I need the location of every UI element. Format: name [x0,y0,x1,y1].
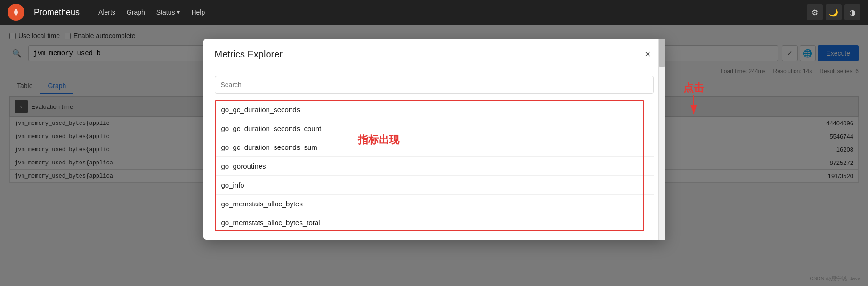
metrics-list: go_gc_duration_secondsgo_gc_duration_sec… [215,100,654,232]
metrics-list-container: go_gc_duration_secondsgo_gc_duration_sec… [215,100,654,232]
modal-body: go_gc_duration_secondsgo_gc_duration_sec… [203,68,665,240]
metric-list-item[interactable]: go_memstats_alloc_bytes [215,195,654,213]
nav-status[interactable]: Status ▾ [152,6,185,19]
metric-list-item[interactable]: go_gc_duration_seconds_count [215,119,654,138]
prometheus-logo-icon [10,7,22,18]
metric-list-item[interactable]: go_gc_duration_seconds_sum [215,138,654,157]
metrics-explorer-modal: Metrics Explorer × go_gc_duration_second… [203,39,665,240]
app-logo [8,4,24,21]
main-area: Use local time Enable autocomplete 🔍 ✓ 🌐… [0,25,868,286]
nav-icon-group: ⚙ 🌙 ◑ [807,4,860,20]
dark-mode-icon-btn[interactable]: 🌙 [826,4,842,20]
modal-scrollbar[interactable] [658,39,665,240]
nav-links: Alerts Graph Status ▾ Help [94,6,210,19]
modal-header: Metrics Explorer × [203,39,665,68]
metric-list-item[interactable]: go_gc_duration_seconds [215,100,654,119]
metric-list-item[interactable]: go_memstats_alloc_bytes_total [215,213,654,232]
nav-help[interactable]: Help [187,6,210,19]
scrollbar-thumb [659,39,665,67]
contrast-icon-btn[interactable]: ◑ [844,4,860,20]
modal-title: Metrics Explorer [215,49,283,60]
nav-alerts[interactable]: Alerts [94,6,120,19]
contrast-icon: ◑ [849,8,856,17]
settings-icon-btn[interactable]: ⚙ [807,4,823,20]
app-brand: Prometheus [34,8,80,17]
annotation-arrow-area: 点击 [680,81,708,119]
annotation-arrow-svg [680,95,708,119]
metric-list-item[interactable]: go_goroutines [215,157,654,176]
modal-close-button[interactable]: × [642,48,654,60]
navbar: Prometheus Alerts Graph Status ▾ Help ⚙ … [0,0,868,25]
annotation-zh-label2: 点击 [683,81,704,95]
metrics-search-input[interactable] [215,76,654,94]
nav-graph[interactable]: Graph [122,6,150,19]
modal-overlay[interactable]: Metrics Explorer × go_gc_duration_second… [0,25,868,286]
moon-icon: 🌙 [829,8,838,17]
metric-list-item[interactable]: go_info [215,176,654,195]
gear-icon: ⚙ [811,8,818,17]
